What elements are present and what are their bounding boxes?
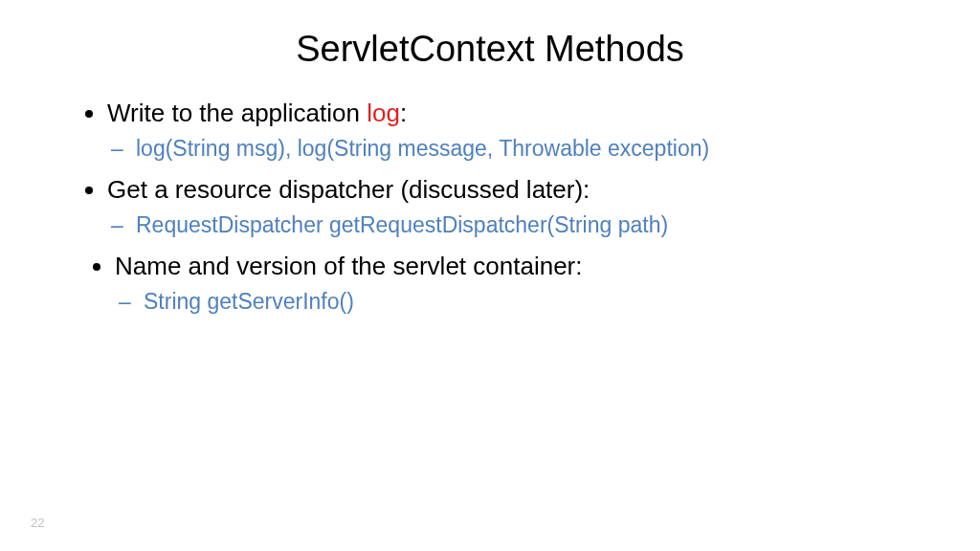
sub-item-2: RequestDispatcher getRequestDispatcher(S… [136, 210, 913, 240]
bullet-1-text-post: : [400, 99, 407, 127]
bullet-item-3: Name and version of the servlet containe… [115, 250, 913, 317]
sub-list-2: RequestDispatcher getRequestDispatcher(S… [107, 210, 913, 240]
bullet-1-highlight: log [367, 99, 400, 127]
slide: ServletContext Methods Write to the appl… [0, 0, 980, 551]
sub-list-1: log(String msg), log(String message, Thr… [107, 134, 913, 164]
bullet-1-text-pre: Write to the application [107, 99, 367, 127]
bullet-list: Write to the application log: log(String… [67, 97, 913, 317]
sub-item-1: log(String msg), log(String message, Thr… [136, 134, 913, 164]
bullet-item-1: Write to the application log: log(String… [107, 97, 913, 164]
page-number: 22 [31, 516, 44, 530]
bullet-3-text: Name and version of the servlet containe… [115, 252, 582, 280]
sub-item-3: String getServerInfo() [144, 287, 913, 317]
bullet-item-2: Get a resource dispatcher (discussed lat… [107, 173, 913, 240]
sub-list-3: String getServerInfo() [115, 287, 913, 317]
bullet-2-text: Get a resource dispatcher (discussed lat… [107, 175, 590, 204]
slide-title: ServletContext Methods [67, 29, 913, 70]
